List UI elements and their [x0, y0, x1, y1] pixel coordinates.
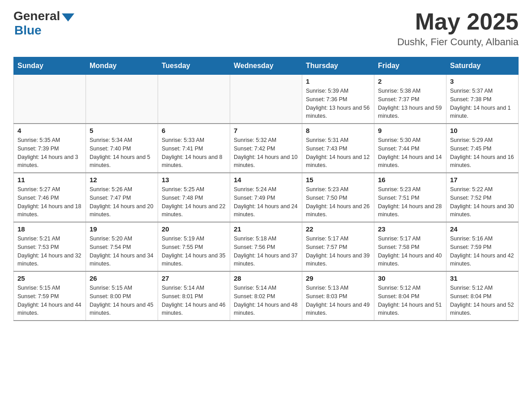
day-info: Sunrise: 5:22 AM Sunset: 7:52 PM Dayligh…: [450, 185, 515, 219]
calendar-cell: 16Sunrise: 5:23 AM Sunset: 7:51 PM Dayli…: [374, 173, 446, 222]
day-info: Sunrise: 5:12 AM Sunset: 8:04 PM Dayligh…: [450, 284, 515, 317]
day-number: 26: [90, 274, 154, 282]
day-info: Sunrise: 5:13 AM Sunset: 8:03 PM Dayligh…: [306, 284, 370, 317]
location-subtitle: Dushk, Fier County, Albania: [397, 36, 519, 48]
day-number: 1: [306, 77, 370, 85]
calendar-cell: 26Sunrise: 5:15 AM Sunset: 8:00 PM Dayli…: [86, 271, 158, 321]
day-of-week-header: Friday: [374, 57, 446, 75]
day-info: Sunrise: 5:27 AM Sunset: 7:46 PM Dayligh…: [17, 185, 82, 219]
day-info: Sunrise: 5:16 AM Sunset: 7:59 PM Dayligh…: [450, 235, 515, 268]
calendar-cell: 7Sunrise: 5:32 AM Sunset: 7:42 PM Daylig…: [230, 124, 302, 173]
day-info: Sunrise: 5:23 AM Sunset: 7:51 PM Dayligh…: [378, 185, 442, 219]
day-number: 22: [306, 225, 370, 233]
calendar-table: SundayMondayTuesdayWednesdayThursdayFrid…: [13, 57, 519, 321]
calendar-header-row: SundayMondayTuesdayWednesdayThursdayFrid…: [14, 57, 519, 75]
calendar-cell: 23Sunrise: 5:17 AM Sunset: 7:58 PM Dayli…: [374, 222, 446, 271]
calendar-cell: 3Sunrise: 5:37 AM Sunset: 7:38 PM Daylig…: [446, 75, 519, 124]
day-info: Sunrise: 5:33 AM Sunset: 7:41 PM Dayligh…: [162, 136, 226, 170]
day-number: 5: [90, 127, 154, 134]
day-number: 3: [450, 77, 515, 85]
calendar-cell: 15Sunrise: 5:23 AM Sunset: 7:50 PM Dayli…: [302, 173, 374, 222]
day-of-week-header: Wednesday: [230, 57, 302, 75]
calendar-cell: 21Sunrise: 5:18 AM Sunset: 7:56 PM Dayli…: [230, 222, 302, 271]
day-of-week-header: Monday: [86, 57, 158, 75]
day-info: Sunrise: 5:12 AM Sunset: 8:04 PM Dayligh…: [378, 284, 442, 317]
day-number: 17: [450, 176, 515, 184]
calendar-cell: 17Sunrise: 5:22 AM Sunset: 7:52 PM Dayli…: [446, 173, 519, 222]
day-number: 15: [306, 176, 370, 184]
calendar-week-row: 1Sunrise: 5:39 AM Sunset: 7:36 PM Daylig…: [14, 75, 519, 124]
logo-arrow-icon: [62, 13, 74, 21]
calendar-cell: 6Sunrise: 5:33 AM Sunset: 7:41 PM Daylig…: [158, 124, 230, 173]
calendar-cell: 9Sunrise: 5:30 AM Sunset: 7:44 PM Daylig…: [374, 124, 446, 173]
calendar-cell: 2Sunrise: 5:38 AM Sunset: 7:37 PM Daylig…: [374, 75, 446, 124]
day-info: Sunrise: 5:29 AM Sunset: 7:45 PM Dayligh…: [450, 136, 515, 170]
logo-general-text: General: [13, 9, 60, 23]
day-number: 27: [162, 274, 226, 282]
day-info: Sunrise: 5:38 AM Sunset: 7:37 PM Dayligh…: [378, 87, 442, 120]
calendar-cell: 8Sunrise: 5:31 AM Sunset: 7:43 PM Daylig…: [302, 124, 374, 173]
day-number: 9: [378, 127, 442, 134]
day-number: 4: [17, 127, 82, 134]
day-info: Sunrise: 5:32 AM Sunset: 7:42 PM Dayligh…: [234, 136, 298, 170]
day-info: Sunrise: 5:19 AM Sunset: 7:55 PM Dayligh…: [162, 235, 226, 268]
calendar-cell: [158, 75, 230, 124]
calendar-week-row: 11Sunrise: 5:27 AM Sunset: 7:46 PM Dayli…: [14, 173, 519, 222]
calendar-cell: 12Sunrise: 5:26 AM Sunset: 7:47 PM Dayli…: [86, 173, 158, 222]
calendar-week-row: 25Sunrise: 5:15 AM Sunset: 7:59 PM Dayli…: [14, 271, 519, 321]
calendar-cell: 25Sunrise: 5:15 AM Sunset: 7:59 PM Dayli…: [14, 271, 86, 321]
day-info: Sunrise: 5:14 AM Sunset: 8:02 PM Dayligh…: [234, 284, 298, 317]
day-number: 20: [162, 225, 226, 233]
calendar-cell: 18Sunrise: 5:21 AM Sunset: 7:53 PM Dayli…: [14, 222, 86, 271]
day-number: 29: [306, 274, 370, 282]
month-year-title: May 2025: [397, 9, 519, 34]
logo: General Blue: [13, 9, 74, 38]
calendar-cell: [14, 75, 86, 124]
day-number: 10: [450, 127, 515, 134]
calendar-cell: [230, 75, 302, 124]
day-number: 30: [378, 274, 442, 282]
calendar-cell: [86, 75, 158, 124]
day-number: 19: [90, 225, 154, 233]
day-number: 7: [234, 127, 298, 134]
day-number: 24: [450, 225, 515, 233]
day-info: Sunrise: 5:15 AM Sunset: 8:00 PM Dayligh…: [90, 284, 154, 317]
day-info: Sunrise: 5:17 AM Sunset: 7:58 PM Dayligh…: [378, 235, 442, 268]
calendar-cell: 29Sunrise: 5:13 AM Sunset: 8:03 PM Dayli…: [302, 271, 374, 321]
day-info: Sunrise: 5:24 AM Sunset: 7:49 PM Dayligh…: [234, 185, 298, 219]
calendar-cell: 22Sunrise: 5:17 AM Sunset: 7:57 PM Dayli…: [302, 222, 374, 271]
day-number: 16: [378, 176, 442, 184]
day-info: Sunrise: 5:17 AM Sunset: 7:57 PM Dayligh…: [306, 235, 370, 268]
logo-blue-text: Blue: [14, 23, 42, 38]
day-of-week-header: Tuesday: [158, 57, 230, 75]
calendar-cell: 30Sunrise: 5:12 AM Sunset: 8:04 PM Dayli…: [374, 271, 446, 321]
day-number: 28: [234, 274, 298, 282]
day-info: Sunrise: 5:18 AM Sunset: 7:56 PM Dayligh…: [234, 235, 298, 268]
day-info: Sunrise: 5:34 AM Sunset: 7:40 PM Dayligh…: [90, 136, 154, 170]
page-header: General Blue May 2025 Dushk, Fier County…: [13, 9, 519, 48]
day-info: Sunrise: 5:21 AM Sunset: 7:53 PM Dayligh…: [17, 235, 82, 268]
day-info: Sunrise: 5:30 AM Sunset: 7:44 PM Dayligh…: [378, 136, 442, 170]
day-info: Sunrise: 5:39 AM Sunset: 7:36 PM Dayligh…: [306, 87, 370, 120]
day-of-week-header: Sunday: [14, 57, 86, 75]
day-info: Sunrise: 5:15 AM Sunset: 7:59 PM Dayligh…: [17, 284, 82, 317]
day-number: 21: [234, 225, 298, 233]
day-info: Sunrise: 5:26 AM Sunset: 7:47 PM Dayligh…: [90, 185, 154, 219]
day-number: 23: [378, 225, 442, 233]
day-info: Sunrise: 5:31 AM Sunset: 7:43 PM Dayligh…: [306, 136, 370, 170]
day-number: 11: [17, 176, 82, 184]
calendar-cell: 19Sunrise: 5:20 AM Sunset: 7:54 PM Dayli…: [86, 222, 158, 271]
calendar-cell: 31Sunrise: 5:12 AM Sunset: 8:04 PM Dayli…: [446, 271, 519, 321]
day-info: Sunrise: 5:25 AM Sunset: 7:48 PM Dayligh…: [162, 185, 226, 219]
calendar-cell: 14Sunrise: 5:24 AM Sunset: 7:49 PM Dayli…: [230, 173, 302, 222]
calendar-cell: 20Sunrise: 5:19 AM Sunset: 7:55 PM Dayli…: [158, 222, 230, 271]
calendar-cell: 27Sunrise: 5:14 AM Sunset: 8:01 PM Dayli…: [158, 271, 230, 321]
day-number: 31: [450, 274, 515, 282]
calendar-cell: 5Sunrise: 5:34 AM Sunset: 7:40 PM Daylig…: [86, 124, 158, 173]
calendar-cell: 4Sunrise: 5:35 AM Sunset: 7:39 PM Daylig…: [14, 124, 86, 173]
calendar-cell: 13Sunrise: 5:25 AM Sunset: 7:48 PM Dayli…: [158, 173, 230, 222]
calendar-cell: 28Sunrise: 5:14 AM Sunset: 8:02 PM Dayli…: [230, 271, 302, 321]
day-info: Sunrise: 5:20 AM Sunset: 7:54 PM Dayligh…: [90, 235, 154, 268]
day-number: 14: [234, 176, 298, 184]
calendar-cell: 11Sunrise: 5:27 AM Sunset: 7:46 PM Dayli…: [14, 173, 86, 222]
